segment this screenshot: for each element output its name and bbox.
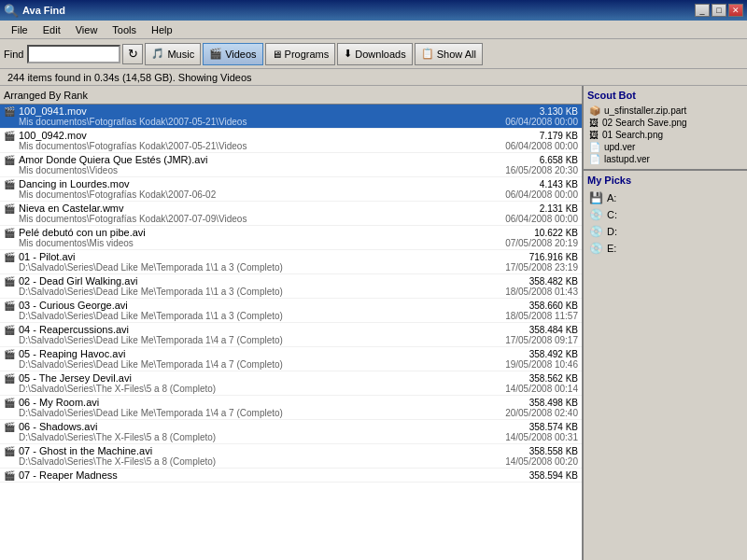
- file-date: 06/04/2008 00:00: [505, 189, 578, 200]
- downloads-button[interactable]: ⬇ Downloads: [337, 43, 412, 65]
- list-item[interactable]: 🎬03 - Curious George.avi358.660 KBD:\Sal…: [0, 299, 582, 323]
- file-path: Mis documentos\Mis videos: [19, 238, 134, 248]
- drive-item[interactable]: 💾A:: [587, 189, 743, 206]
- list-item[interactable]: 🎬01 - Pilot.avi716.916 KBD:\Salvado\Seri…: [0, 250, 582, 274]
- file-path: D:\Salvado\Series\Dead Like Me\Temporada…: [19, 311, 283, 321]
- scout-item[interactable]: 📄upd.ver: [587, 141, 743, 153]
- file-name: Nieva en Castelar.wmv: [19, 203, 124, 214]
- file-date: 06/04/2008 00:00: [505, 214, 578, 224]
- menu-tools[interactable]: Tools: [105, 22, 144, 37]
- list-item[interactable]: 🎬100_0941.mov3.130 KBMis documentos\Foto…: [0, 105, 582, 129]
- drive-icon: 💿: [589, 208, 603, 221]
- file-date: 19/05/2008 10:46: [505, 359, 578, 370]
- file-path: D:\Salvado\Series\Dead Like Me\Temporada…: [19, 335, 283, 345]
- downloads-label: Downloads: [355, 49, 405, 60]
- scout-file-icon: 🖼: [589, 130, 599, 140]
- right-panel: Scout Bot 📦u_sfinstaller.zip.part🖼02 Sea…: [584, 86, 747, 560]
- scout-item[interactable]: 🖼02 Search Save.png: [587, 117, 743, 129]
- videos-icon: 🎬: [209, 48, 222, 60]
- list-item[interactable]: 🎬06 - Shadows.avi358.574 KBD:\Salvado\Se…: [0, 420, 582, 444]
- file-size: 7.179 KB: [540, 131, 578, 141]
- file-icon: 🎬: [4, 228, 15, 238]
- file-date: 14/05/2008 00:14: [505, 384, 578, 394]
- list-item[interactable]: 🎬05 - Reaping Havoc.avi358.492 KBD:\Salv…: [0, 347, 582, 371]
- refresh-button[interactable]: ↻: [122, 44, 143, 64]
- file-path-row: D:\Salvado\Series\Dead Like Me\Temporada…: [19, 359, 578, 370]
- menu-view[interactable]: View: [68, 22, 106, 37]
- file-name: 05 - Reaping Havoc.avi: [19, 348, 125, 359]
- scout-item[interactable]: 📦u_sfinstaller.zip.part: [587, 105, 743, 117]
- list-item[interactable]: 🎬04 - Reapercussions.avi358.484 KBD:\Sal…: [0, 323, 582, 347]
- menu-file[interactable]: File: [4, 22, 35, 37]
- app-window: 🔍 Ava Find _ □ ✕ File Edit View Tools He…: [0, 0, 747, 560]
- file-name: Amor Donde Quiera Que Estés (JMR).avi: [19, 154, 207, 165]
- music-button[interactable]: 🎵 Music: [145, 43, 201, 65]
- scout-item[interactable]: 📄lastupd.ver: [587, 153, 743, 165]
- file-icon: 🎬: [4, 203, 15, 214]
- scout-file-icon: 🖼: [589, 118, 599, 128]
- file-size: 4.143 KB: [540, 179, 578, 189]
- showall-icon: 📋: [421, 48, 434, 60]
- drive-item[interactable]: 💿D:: [587, 223, 743, 240]
- list-item[interactable]: 🎬05 - The Jersey Devil.avi358.562 KBD:\S…: [0, 371, 582, 396]
- file-name-row: 07 - Ghost in the Machine.avi358.558 KB: [19, 445, 578, 456]
- file-icon: 🎬: [4, 373, 15, 384]
- file-size: 2.131 KB: [540, 203, 578, 214]
- file-path-row: Mis documentos\Fotografías Kodak\2007-07…: [19, 214, 578, 224]
- file-icon: 🎬: [4, 252, 15, 262]
- file-path: Mis documentos\Fotografías Kodak\2007-05…: [19, 141, 247, 151]
- file-name-row: 06 - My Room.avi358.498 KB: [19, 397, 578, 408]
- app-icon: 🔍: [4, 4, 19, 18]
- my-picks-section: My Picks 💾A:💿C:💿D:💿E:: [584, 171, 747, 260]
- list-item[interactable]: 🎬Nieva en Castelar.wmv2.131 KBMis docume…: [0, 202, 582, 226]
- file-date: 18/05/2008 11:57: [505, 311, 578, 321]
- file-icon: 🎬: [4, 179, 15, 189]
- list-item[interactable]: 🎬07 - Reaper Madness358.594 KB: [0, 469, 582, 483]
- file-name: Dancing in Lourdes.mov: [19, 178, 130, 189]
- file-size: 358.574 KB: [529, 422, 578, 432]
- file-name-row: 05 - Reaping Havoc.avi358.492 KB: [19, 348, 578, 359]
- list-item[interactable]: 🎬Pelé debutó con un pibe.avi10.622 KBMis…: [0, 226, 582, 250]
- drive-item[interactable]: 💿C:: [587, 206, 743, 223]
- file-name-row: 02 - Dead Girl Walking.avi358.482 KB: [19, 275, 578, 287]
- drive-icon: 💾: [589, 191, 603, 204]
- file-path-row: D:\Salvado\Series\Dead Like Me\Temporada…: [19, 311, 578, 321]
- programs-button[interactable]: 🖥 Programs: [265, 43, 336, 65]
- file-name: Pelé debutó con un pibe.avi: [19, 227, 146, 238]
- file-list[interactable]: 🎬100_0941.mov3.130 KBMis documentos\Foto…: [0, 105, 582, 560]
- list-item[interactable]: 🎬100_0942.mov7.179 KBMis documentos\Foto…: [0, 129, 582, 153]
- file-path: D:\Salvado\Series\The X-Files\5 a 8 (Com…: [19, 456, 216, 467]
- file-path-row: Mis documentos\Mis videos07/05/2008 20:1…: [19, 238, 578, 248]
- file-size: 358.562 KB: [529, 373, 578, 384]
- scout-item[interactable]: 🖼01 Search.png: [587, 129, 743, 141]
- left-panel: Arranged By Rank 🎬100_0941.mov3.130 KBMi…: [0, 86, 584, 560]
- menu-help[interactable]: Help: [144, 22, 180, 37]
- showall-button[interactable]: 📋 Show All: [415, 43, 483, 65]
- minimize-button[interactable]: _: [695, 4, 710, 17]
- find-input[interactable]: [27, 45, 120, 63]
- menu-edit[interactable]: Edit: [35, 22, 68, 37]
- list-item[interactable]: 🎬07 - Ghost in the Machine.avi358.558 KB…: [0, 444, 582, 469]
- file-date: 18/05/2008 01:43: [505, 287, 578, 297]
- programs-icon: 🖥: [272, 49, 282, 60]
- title-bar: 🔍 Ava Find _ □ ✕: [0, 0, 747, 21]
- videos-button[interactable]: 🎬 Videos: [203, 43, 262, 65]
- list-item[interactable]: 🎬06 - My Room.avi358.498 KBD:\Salvado\Se…: [0, 396, 582, 420]
- file-name: 06 - Shadows.avi: [19, 421, 97, 432]
- list-item[interactable]: 🎬Dancing in Lourdes.mov4.143 KBMis docum…: [0, 177, 582, 202]
- maximize-button[interactable]: □: [712, 4, 726, 17]
- programs-label: Programs: [285, 49, 330, 60]
- file-name-row: 04 - Reapercussions.avi358.484 KB: [19, 324, 578, 335]
- list-item[interactable]: 🎬Amor Donde Quiera Que Estés (JMR).avi6.…: [0, 153, 582, 177]
- file-date: 20/05/2008 02:40: [505, 408, 578, 418]
- file-path: D:\Salvado\Series\Dead Like Me\Temporada…: [19, 287, 283, 297]
- main-content: Arranged By Rank 🎬100_0941.mov3.130 KBMi…: [0, 86, 747, 560]
- list-item[interactable]: 🎬02 - Dead Girl Walking.avi358.482 KBD:\…: [0, 274, 582, 299]
- drive-item[interactable]: 💿E:: [587, 240, 743, 257]
- drive-label: E:: [607, 243, 616, 254]
- file-size: 358.482 KB: [529, 276, 578, 287]
- close-button[interactable]: ✕: [728, 4, 743, 17]
- file-name-row: Amor Donde Quiera Que Estés (JMR).avi6.6…: [19, 154, 578, 165]
- file-size: 358.660 KB: [529, 301, 578, 311]
- file-date: 07/05/2008 20:19: [505, 238, 578, 248]
